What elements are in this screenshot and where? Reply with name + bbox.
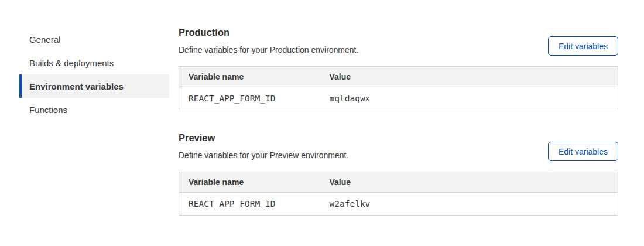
preview-section-text: Preview Define variables for your Previe… [179,131,348,161]
variable-value-cell: mqldaqwx [320,87,618,110]
sidebar-item-builds-deployments[interactable]: Builds & deployments [19,51,169,74]
production-section: Production Define variables for your Pro… [179,26,618,110]
variable-name-cell: REACT_APP_FORM_ID [179,87,320,110]
production-section-header: Production Define variables for your Pro… [179,26,618,56]
settings-content: Production Define variables for your Pro… [179,0,644,246]
table-header-row: Variable name Value [179,67,618,87]
preview-section: Preview Define variables for your Previe… [179,131,618,216]
preview-description: Define variables for your Preview enviro… [179,150,348,161]
sidebar-item-environment-variables[interactable]: Environment variables [19,74,169,98]
settings-sidebar: General Builds & deployments Environment… [0,0,169,246]
column-header-variable-name: Variable name [179,67,320,87]
table-row: REACT_APP_FORM_ID mqldaqwx [179,87,618,110]
production-title: Production [179,26,358,39]
column-header-value: Value [320,172,618,193]
production-section-text: Production Define variables for your Pro… [179,26,358,56]
settings-nav: General Builds & deployments Environment… [19,28,169,121]
variable-name-cell: REACT_APP_FORM_ID [179,193,320,216]
table-row: REACT_APP_FORM_ID w2afelkv [179,193,618,216]
table-header-row: Variable name Value [179,172,618,193]
preview-variables-table: Variable name Value REACT_APP_FORM_ID w2… [179,172,618,216]
environment-variables-settings-page: General Builds & deployments Environment… [0,0,644,246]
preview-title: Preview [179,131,348,145]
variable-value-cell: w2afelkv [320,193,618,216]
sidebar-item-functions[interactable]: Functions [19,98,169,121]
column-header-variable-name: Variable name [179,172,320,193]
edit-variables-button-preview[interactable]: Edit variables [548,142,618,161]
column-header-value: Value [320,67,618,87]
preview-section-header: Preview Define variables for your Previe… [179,131,618,161]
production-variables-table: Variable name Value REACT_APP_FORM_ID mq… [179,66,618,110]
sidebar-item-general[interactable]: General [19,28,169,51]
edit-variables-button-production[interactable]: Edit variables [548,36,618,56]
production-description: Define variables for your Production env… [179,45,358,56]
